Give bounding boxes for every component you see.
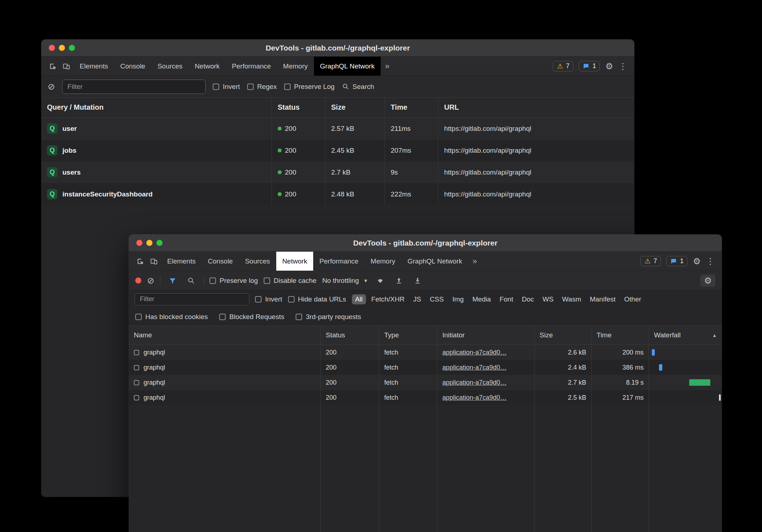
close-button[interactable] <box>49 45 55 51</box>
clear-icon[interactable]: ⊘ <box>48 82 55 91</box>
column-header-time[interactable]: Time <box>592 326 649 345</box>
settings-gear-icon[interactable]: ⚙ <box>605 62 613 71</box>
column-header-waterfall[interactable]: Waterfall ▲ <box>649 326 722 345</box>
network-conditions-icon[interactable] <box>374 274 387 287</box>
tab-memory[interactable]: Memory <box>364 252 401 271</box>
more-tabs-icon[interactable]: » <box>469 257 480 266</box>
search-icon[interactable] <box>185 274 198 287</box>
column-header-status[interactable]: Status <box>321 326 379 345</box>
disable-cache-checkbox[interactable] <box>264 277 270 284</box>
filter-pill-fetch-xhr[interactable]: Fetch/XHR <box>368 294 408 304</box>
blocked-requests-checkbox[interactable] <box>219 314 226 320</box>
filter-input[interactable] <box>135 293 249 305</box>
filter-pill-ws[interactable]: WS <box>539 294 557 304</box>
filter-pill-all[interactable]: All <box>352 294 366 304</box>
query-table-row[interactable]: Qjobs2002.45 kB207mshttps://gitlab.com/a… <box>41 139 634 161</box>
blocked-requests-option[interactable]: Blocked Requests <box>219 313 284 321</box>
filter-pill-media[interactable]: Media <box>469 294 494 304</box>
column-header-size[interactable]: Size <box>325 98 385 117</box>
hide-data-urls-checkbox[interactable] <box>288 296 295 303</box>
preserve-log-option[interactable]: Preserve log <box>210 277 258 285</box>
issues-badge[interactable]: 1 <box>666 256 687 266</box>
has-blocked-cookies-option[interactable]: Has blocked cookies <box>135 313 208 321</box>
column-header-time[interactable]: Time <box>385 98 438 117</box>
close-button[interactable] <box>136 240 142 246</box>
row-checkbox[interactable] <box>134 380 139 385</box>
invert-option[interactable]: Invert <box>255 295 282 303</box>
tab-elements[interactable]: Elements <box>74 57 114 76</box>
column-header-size[interactable]: Size <box>535 326 592 345</box>
tab-network[interactable]: Network <box>189 57 226 76</box>
inspect-element-icon[interactable] <box>134 255 147 268</box>
third-party-requests-checkbox[interactable] <box>296 314 302 320</box>
query-table-row[interactable]: QinstanceSecurityDashboard2002.48 kB222m… <box>41 183 634 205</box>
warnings-badge[interactable]: ⚠ 7 <box>553 61 573 71</box>
titlebar[interactable]: DevTools - gitlab.com/-/graphql-explorer <box>129 234 722 252</box>
column-header-url[interactable]: URL <box>438 98 634 117</box>
invert-checkbox[interactable] <box>255 296 262 303</box>
filter-pill-img[interactable]: Img <box>449 294 467 304</box>
issues-badge[interactable]: 1 <box>579 61 600 71</box>
record-button[interactable] <box>135 277 141 284</box>
regex-option[interactable]: Regex <box>247 83 277 91</box>
filter-pill-manifest[interactable]: Manifest <box>587 294 619 304</box>
tab-performance[interactable]: Performance <box>313 252 364 271</box>
has-blocked-cookies-checkbox[interactable] <box>135 314 142 320</box>
query-table-row[interactable]: Qusers2002.7 kB9shttps://gitlab.com/api/… <box>41 161 634 183</box>
column-header-query-mutation[interactable]: Query / Mutation <box>41 98 272 117</box>
filter-icon[interactable] <box>166 274 179 287</box>
invert-option[interactable]: Invert <box>213 83 240 91</box>
clear-icon[interactable]: ⊘ <box>147 276 154 285</box>
settings-gear-icon[interactable]: ⚙ <box>693 257 701 266</box>
import-har-icon[interactable] <box>392 274 405 287</box>
warnings-badge[interactable]: ⚠ 7 <box>640 256 661 266</box>
tab-memory[interactable]: Memory <box>277 57 314 76</box>
inspect-element-icon[interactable] <box>46 60 59 73</box>
filter-pill-css[interactable]: CSS <box>427 294 447 304</box>
third-party-requests-option[interactable]: 3rd-party requests <box>296 313 361 321</box>
request-table-row[interactable]: graphql200fetchapplication-a7ca9d0…2.4 k… <box>129 360 722 375</box>
titlebar[interactable]: DevTools - gitlab.com/-/graphql-explorer <box>41 39 634 57</box>
request-table-row[interactable]: graphql200fetchapplication-a7ca9d0…2.6 k… <box>129 345 722 360</box>
device-toolbar-icon[interactable] <box>147 255 160 268</box>
filter-input[interactable] <box>62 80 206 94</box>
filter-pill-js[interactable]: JS <box>410 294 424 304</box>
more-tabs-icon[interactable]: » <box>381 62 393 71</box>
preserve-log-option[interactable]: Preserve Log <box>284 83 335 91</box>
zoom-button[interactable] <box>156 240 163 246</box>
row-checkbox[interactable] <box>134 365 139 370</box>
initiator-link[interactable]: application-a7ca9d0… <box>442 364 507 371</box>
column-header-status[interactable]: Status <box>272 98 325 117</box>
tab-sources[interactable]: Sources <box>239 252 276 271</box>
column-header-name[interactable]: Name <box>129 326 321 345</box>
network-settings-gear-icon[interactable]: ⚙ <box>700 275 715 287</box>
tab-graphql-network[interactable]: GraphQL Network <box>314 57 381 76</box>
request-table-row[interactable]: graphql200fetchapplication-a7ca9d0…2.7 k… <box>129 375 722 390</box>
column-header-initiator[interactable]: Initiator <box>437 326 535 345</box>
search-button[interactable]: Search <box>342 83 374 91</box>
tab-console[interactable]: Console <box>114 57 151 76</box>
tab-performance[interactable]: Performance <box>226 57 277 76</box>
row-checkbox[interactable] <box>134 395 139 400</box>
query-table-row[interactable]: Quser2002.57 kB211mshttps://gitlab.com/a… <box>41 118 634 139</box>
filter-pill-doc[interactable]: Doc <box>518 294 537 304</box>
tab-sources[interactable]: Sources <box>151 57 189 76</box>
hide-data-urls-option[interactable]: Hide data URLs <box>288 295 346 303</box>
preserve-log-checkbox[interactable] <box>284 84 291 90</box>
zoom-button[interactable] <box>69 45 75 51</box>
minimize-button[interactable] <box>146 240 152 246</box>
initiator-link[interactable]: application-a7ca9d0… <box>442 379 507 386</box>
export-har-icon[interactable] <box>411 274 424 287</box>
filter-pill-other[interactable]: Other <box>621 294 645 304</box>
column-header-type[interactable]: Type <box>379 326 437 345</box>
preserve-log-checkbox[interactable] <box>210 277 216 284</box>
disable-cache-option[interactable]: Disable cache <box>264 277 316 285</box>
request-table-row[interactable]: graphql200fetchapplication-a7ca9d0…2.5 k… <box>129 390 722 405</box>
row-checkbox[interactable] <box>134 350 139 355</box>
regex-checkbox[interactable] <box>247 84 254 90</box>
initiator-link[interactable]: application-a7ca9d0… <box>442 394 507 402</box>
kebab-menu-icon[interactable]: ⋮ <box>706 257 715 266</box>
initiator-link[interactable]: application-a7ca9d0… <box>442 349 507 356</box>
throttling-select[interactable]: No throttling ▼ <box>322 277 368 285</box>
tab-console[interactable]: Console <box>202 252 239 271</box>
